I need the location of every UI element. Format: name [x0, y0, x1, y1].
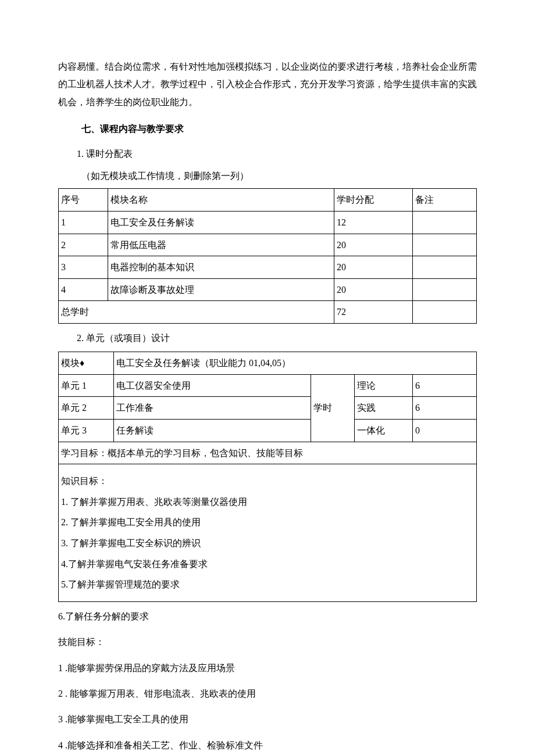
- skill-item: 4 .能够选择和准备相关工艺、作业、检验标准文件: [58, 737, 477, 754]
- type-value: 6: [413, 374, 477, 397]
- module-label: 模块♦: [59, 352, 114, 375]
- knowledge-item: 4.了解并掌握电气安装任务准备要求: [61, 557, 474, 572]
- cell-seq: 3: [59, 256, 108, 279]
- intro-paragraph: 内容易懂。结合岗位需求，有针对性地加强模拟练习，以企业岗位的要求进行考核，培养社…: [58, 58, 477, 111]
- header-name: 模块名称: [108, 189, 334, 212]
- cell-seq: 1: [59, 211, 108, 234]
- hours-table: 序号 模块名称 学时分配 备注 1 电工安全及任务解读 12 2 常用低压电器 …: [58, 188, 477, 324]
- knowledge-row: 知识目标： 1. 了解并掌握万用表、兆欧表等测量仪器使用 2. 了解并掌握电工安…: [59, 464, 477, 602]
- header-remark: 备注: [413, 189, 477, 212]
- table-row: 3 电器控制的基本知识 20: [59, 256, 477, 279]
- cell-remark: [413, 211, 477, 234]
- unit-label: 单元 2: [59, 397, 114, 420]
- unit-label: 单元 1: [59, 374, 114, 397]
- after-table-list: 6.了解任务分解的要求 技能目标： 1 .能够掌握劳保用品的穿戴方法及应用场景 …: [58, 608, 477, 754]
- knowledge-cell: 知识目标： 1. 了解并掌握万用表、兆欧表等测量仪器使用 2. 了解并掌握电工安…: [59, 464, 477, 602]
- subsection-1-note: （如无模块或工作情境，则删除第一列）: [58, 167, 477, 185]
- section-heading: 七、课程内容与教学要求: [58, 120, 477, 138]
- table-row: 4 故障诊断及事故处理 20: [59, 278, 477, 301]
- table-row: 单元 3 任务解读 一体化 0: [59, 420, 477, 442]
- unit-label: 单元 3: [59, 420, 114, 442]
- cell-name: 故障诊断及事故处理: [108, 278, 334, 301]
- unit-name: 任务解读: [114, 420, 311, 442]
- unit-design-table: 模块♦ 电工安全及任务解读（职业能力 01,04,05） 单元 1 电工仪器安全…: [58, 352, 477, 602]
- total-remark: [413, 301, 477, 324]
- cell-seq: 2: [59, 234, 108, 256]
- skill-item: 1 .能够掌握劳保用品的穿戴方法及应用场景: [58, 660, 477, 677]
- type-label: 实践: [355, 397, 413, 420]
- goal-row: 学习目标：概括本单元的学习目标，包含知识、技能等目标: [59, 442, 477, 464]
- knowledge-item: 5.了解并掌握管理规范的要求: [61, 577, 474, 592]
- knowledge-item: 1. 了解并掌握万用表、兆欧表等测量仪器使用: [61, 495, 474, 510]
- goal-heading: 学习目标：概括本单元的学习目标，包含知识、技能等目标: [59, 442, 477, 464]
- header-seq: 序号: [59, 189, 108, 212]
- cell-name: 电器控制的基本知识: [108, 256, 334, 279]
- table-total-row: 总学时 72: [59, 301, 477, 324]
- knowledge-item-6: 6.了解任务分解的要求: [58, 608, 477, 625]
- knowledge-item: 3. 了解并掌握电工安全标识的辨识: [61, 536, 474, 551]
- cell-remark: [413, 278, 477, 301]
- skill-item: 3 .能够掌握电工安全工具的使用: [58, 711, 477, 728]
- cell-hours: 20: [334, 256, 413, 279]
- type-value: 6: [413, 397, 477, 420]
- module-value: 电工安全及任务解读（职业能力 01,04,05）: [114, 352, 477, 375]
- cell-hours: 12: [334, 211, 413, 234]
- hours-label: 学时: [311, 374, 355, 442]
- cell-name: 常用低压电器: [108, 234, 334, 256]
- cell-name: 电工安全及任务解读: [108, 211, 334, 234]
- module-row: 模块♦ 电工安全及任务解读（职业能力 01,04,05）: [59, 352, 477, 375]
- cell-hours: 20: [334, 278, 413, 301]
- subsection-2: 2. 单元（或项目）设计: [58, 329, 477, 347]
- type-value: 0: [413, 420, 477, 442]
- table-row: 1 电工安全及任务解读 12: [59, 211, 477, 234]
- unit-name: 工作准备: [114, 397, 311, 420]
- cell-hours: 20: [334, 234, 413, 256]
- table-header-row: 序号 模块名称 学时分配 备注: [59, 189, 477, 212]
- table-row: 单元 2 工作准备 实践 6: [59, 397, 477, 420]
- header-hours: 学时分配: [334, 189, 413, 212]
- total-value: 72: [334, 301, 413, 324]
- subsection-1: 1. 课时分配表: [58, 145, 477, 163]
- knowledge-heading: 知识目标：: [61, 474, 474, 489]
- table-row: 2 常用低压电器 20: [59, 234, 477, 256]
- knowledge-item: 2. 了解并掌握电工安全用具的使用: [61, 515, 474, 530]
- cell-seq: 4: [59, 278, 108, 301]
- type-label: 一体化: [355, 420, 413, 442]
- type-label: 理论: [355, 374, 413, 397]
- cell-remark: [413, 234, 477, 256]
- skill-item: 2 . 能够掌握万用表、钳形电流表、兆欧表的使用: [58, 685, 477, 703]
- table-row: 单元 1 电工仪器安全使用 学时 理论 6: [59, 374, 477, 397]
- cell-remark: [413, 256, 477, 279]
- total-label: 总学时: [59, 301, 334, 324]
- unit-name: 电工仪器安全使用: [114, 374, 311, 397]
- skill-heading: 技能目标：: [58, 633, 477, 651]
